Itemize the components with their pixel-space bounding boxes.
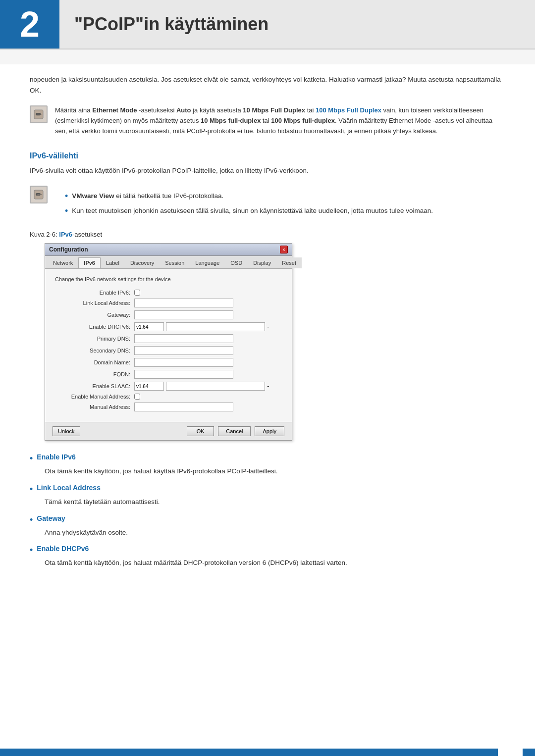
figure-caption-link: IPv6 (59, 231, 72, 238)
note-text: Määritä aina Ethernet Mode -asetukseksi … (55, 105, 505, 136)
label-primary-dns: Primary DNS: (55, 336, 134, 342)
note-icon: ✏ (30, 105, 48, 123)
bullet-link-local: • Link Local Address (30, 484, 505, 494)
dhcpv6-dash: - (267, 323, 269, 331)
bullet-desc-link-local: Tämä kenttä täytetään automaattisesti. (45, 497, 505, 507)
label-enable-manual: Enable Manual Address: (55, 394, 134, 400)
label-fqdn: FQDN: (55, 371, 134, 377)
ipv6-notes: • VMware View ei tällä hetkellä tue IPv6… (55, 186, 433, 221)
slaac-dash: - (267, 382, 269, 390)
intro-paragraph: nopeuden ja kaksisuuntaisuuden asetuksia… (30, 64, 505, 96)
label-enable-ipv6: Enable IPv6: (55, 290, 134, 296)
input-fqdn[interactable] (134, 370, 233, 379)
tab-language[interactable]: Language (190, 257, 225, 268)
bullet-title-enable-ipv6: Enable IPv6 (37, 453, 76, 461)
label-domain-name: Domain Name: (55, 359, 134, 365)
tab-session[interactable]: Session (160, 257, 190, 268)
slaac-control: - (134, 382, 269, 391)
ipv6-note-box: ✏ • VMware View ei tällä hetkellä tue IP… (30, 186, 505, 221)
tab-reset[interactable]: Reset (276, 257, 302, 268)
dialog-footer: Unlock OK Cancel Apply (45, 422, 292, 440)
dialog-title: Configuration (49, 246, 88, 253)
note-box: ✏ Määritä aina Ethernet Mode -asetukseks… (30, 105, 505, 136)
dialog-close-button[interactable]: × (280, 246, 288, 253)
tab-label[interactable]: Label (101, 257, 125, 268)
ipv6-note-icon: ✏ (30, 186, 48, 203)
figure-caption: Kuva 2-6: IPv6-asetukset (30, 231, 505, 238)
input-slaac-text[interactable] (166, 382, 265, 391)
label-dhcpv6: Enable DHCPv6: (55, 324, 134, 330)
tab-network[interactable]: Network (48, 257, 78, 268)
label-manual-address: Manual Address: (55, 404, 134, 410)
bullet-dot-dhcpv6: • (30, 546, 33, 554)
field-primary-dns: Primary DNS: (55, 334, 282, 343)
ipv6-heading: IPv6-välilehti (30, 151, 505, 160)
unlock-button[interactable]: Unlock (53, 426, 80, 436)
note-text-1: VMware View ei tällä hetkellä tue IPv6-p… (72, 191, 223, 202)
label-gateway: Gateway: (55, 312, 134, 318)
bullet-desc-gateway: Anna yhdyskäytävän osoite. (45, 527, 505, 538)
dialog-action-buttons: OK Cancel Apply (187, 426, 284, 436)
bullet-desc-enable-ipv6: Ota tämä kenttä käyttöön, jos haluat käy… (45, 466, 505, 477)
svg-text:✏: ✏ (36, 191, 42, 199)
field-domain-name: Domain Name: (55, 358, 282, 367)
input-slaac[interactable] (134, 382, 164, 391)
field-gateway: Gateway: (55, 310, 282, 319)
svg-text:✏: ✏ (36, 110, 42, 118)
bullet-dot-2: • (65, 206, 68, 215)
input-link-local[interactable] (134, 299, 233, 307)
page-footer: 2 "PCoIP"in käyttäminen 36 (0, 749, 535, 756)
dialog-titlebar: Configuration × (45, 244, 292, 256)
input-domain-name[interactable] (134, 358, 233, 367)
field-secondary-dns: Secondary DNS: (55, 346, 282, 355)
field-dhcpv6: Enable DHCPv6: - (55, 322, 282, 331)
bullet-title-gateway: Gateway (37, 514, 65, 522)
label-slaac: Enable SLAAC: (55, 383, 134, 389)
input-primary-dns[interactable] (134, 334, 233, 343)
field-fqdn: FQDN: (55, 370, 282, 379)
field-enable-manual: Enable Manual Address: (55, 394, 282, 400)
field-enable-ipv6: Enable IPv6: (55, 290, 282, 296)
field-link-local: Link Local Address: (55, 299, 282, 307)
dialog-body: Change the IPv6 network settings for the… (45, 269, 292, 422)
bullet-dhcpv6: • Enable DHCPv6 (30, 545, 505, 554)
ipv6-intro: IPv6-sivulla voit ottaa käyttöön IPv6-pr… (30, 165, 505, 176)
dialog-window: Configuration × Network IPv6 Label Disco… (45, 243, 292, 441)
bullet-title-dhcpv6: Enable DHCPv6 (37, 545, 89, 553)
bullet-dot-gateway: • (30, 515, 33, 524)
cancel-button[interactable]: Cancel (218, 426, 251, 436)
bullet-desc-dhcpv6: Ota tämä kenttä käyttöön, jos haluat mää… (45, 557, 505, 568)
ipv6-note-item-2: • Kun teet muutoksen johonkin asetukseen… (65, 205, 433, 216)
dialog-tabs: Network IPv6 Label Discovery Session Lan… (45, 256, 292, 269)
checkbox-enable-manual[interactable] (134, 394, 140, 400)
bullet-dot-link-local: • (30, 485, 33, 494)
label-secondary-dns: Secondary DNS: (55, 348, 134, 353)
label-link-local: Link Local Address: (55, 300, 134, 306)
bullet-gateway: • Gateway (30, 514, 505, 524)
input-gateway[interactable] (134, 310, 233, 319)
input-dhcpv6-text[interactable] (166, 322, 265, 331)
footer-page-number: 36 (498, 749, 523, 756)
tab-ipv6[interactable]: IPv6 (78, 257, 101, 268)
checkbox-enable-ipv6[interactable] (134, 290, 140, 296)
bullet-dot: • (65, 192, 68, 201)
chapter-number: 2 (0, 0, 59, 49)
input-dhcpv6[interactable] (134, 322, 164, 331)
ok-button[interactable]: OK (187, 426, 214, 436)
field-manual-address: Manual Address: (55, 403, 282, 411)
input-secondary-dns[interactable] (134, 346, 233, 355)
note-text-2: Kun teet muutoksen johonkin asetukseen t… (72, 205, 433, 216)
bullet-items-section: • Enable IPv6 Ota tämä kenttä käyttöön, … (30, 453, 505, 568)
dialog-subtitle: Change the IPv6 network settings for the… (55, 276, 282, 282)
tab-osd[interactable]: OSD (225, 257, 248, 268)
field-slaac: Enable SLAAC: - (55, 382, 282, 391)
bullet-title-link-local: Link Local Address (37, 484, 101, 492)
ipv6-note-item: • VMware View ei tällä hetkellä tue IPv6… (65, 191, 433, 202)
tab-display[interactable]: Display (248, 257, 276, 268)
tab-discovery[interactable]: Discovery (125, 257, 160, 268)
apply-button[interactable]: Apply (255, 426, 284, 436)
input-manual-address[interactable] (134, 403, 233, 411)
dhcpv6-control: - (134, 322, 269, 331)
bullet-dot-enable-ipv6: • (30, 454, 33, 463)
bullet-enable-ipv6: • Enable IPv6 (30, 453, 505, 463)
